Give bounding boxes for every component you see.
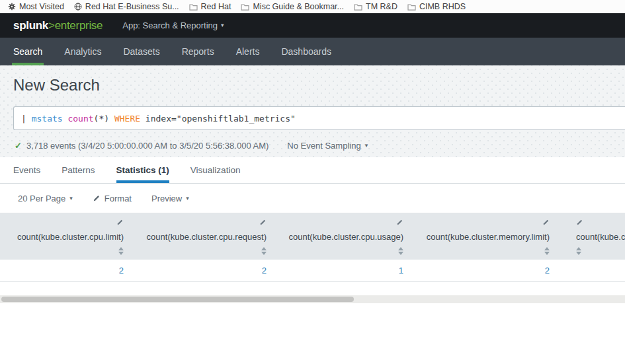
chevron-down-icon: ▾ [186, 196, 189, 201]
screen: Most VisitedRed Hat E-Business Su...Red … [0, 0, 625, 364]
table-cell-value[interactable]: 2 [130, 260, 273, 281]
column-header-label: count(kube.cluster.memory.limit) [427, 232, 550, 242]
event-sampling-label: No Event Sampling [287, 141, 360, 151]
bookmark-item[interactable]: Red Hat E-Business Su... [74, 2, 179, 11]
results-tab-label: Patterns [62, 165, 95, 175]
query-token: count [67, 114, 93, 124]
bookmark-item[interactable]: Red Hat [189, 2, 231, 11]
folder-icon [354, 3, 362, 11]
sort-toggle-icon[interactable] [576, 247, 581, 255]
table-header-cell[interactable]: count(kube.cluster.cpu.request) [130, 213, 273, 260]
pencil-icon[interactable] [396, 219, 403, 226]
event-sampling-dropdown[interactable]: No Event Sampling ▾ [287, 141, 368, 151]
format-button[interactable]: Format [93, 194, 132, 203]
app-menu-dropdown[interactable]: App: Search & Reporting ▾ [122, 20, 224, 30]
results-tab-visualization[interactable]: Visualization [190, 157, 241, 183]
query-token: | [21, 114, 32, 124]
query-token: WHERE [114, 114, 140, 124]
active-tab-underline [116, 180, 169, 183]
sort-asc-icon [398, 247, 403, 250]
nav-tab-reports[interactable]: Reports [182, 38, 214, 65]
nav-tab-alerts[interactable]: Alerts [236, 38, 260, 65]
table-header-cell[interactable]: count(kube.clu [556, 213, 625, 260]
chevron-down-icon: ▾ [365, 143, 368, 149]
sort-toggle-icon[interactable] [118, 247, 124, 255]
results-panel: EventsPatternsStatistics (1)Visualizatio… [0, 157, 625, 364]
nav-tab-analytics[interactable]: Analytics [64, 38, 101, 65]
nav-tab-label: Analytics [64, 46, 101, 57]
app-menu-label: App: Search & Reporting [122, 20, 218, 30]
search-query-input[interactable]: | mstats count(*) WHERE index="openshift… [13, 106, 625, 130]
table-cell-value[interactable]: 2 [410, 260, 556, 281]
results-tab-label: Events [13, 165, 40, 175]
globe-icon [74, 3, 82, 11]
sort-desc-icon [576, 252, 581, 255]
pencil-icon [93, 194, 101, 202]
table-cell-value[interactable]: 1 [273, 260, 410, 281]
sort-desc-icon [118, 252, 124, 255]
events-summary: 3,718 events (3/4/20 5:00:00.000 AM to 3… [26, 141, 269, 151]
results-tabbar: EventsPatternsStatistics (1)Visualizatio… [0, 157, 625, 184]
chevron-down-icon: ▾ [221, 22, 224, 28]
bookmark-item[interactable]: CIMB RHDS [407, 2, 466, 11]
sort-asc-icon [118, 247, 124, 250]
per-page-dropdown[interactable]: 20 Per Page ▾ [18, 194, 73, 203]
pencil-icon[interactable] [259, 219, 267, 226]
nav-tab-label: Reports [182, 46, 214, 57]
results-tab-patterns[interactable]: Patterns [62, 157, 95, 183]
pencil-icon[interactable] [116, 219, 124, 226]
bookmark-item[interactable]: Most Visited [8, 2, 64, 11]
nav-tab-dashboards[interactable]: Dashboards [281, 38, 331, 65]
table-header-cell[interactable]: count(kube.cluster.memory.limit) [410, 213, 556, 260]
app-navbar: SearchAnalyticsDatasetsReportsAlertsDash… [0, 38, 625, 65]
results-tab-events[interactable]: Events [13, 157, 40, 183]
preview-label: Preview [151, 194, 182, 203]
bookmark-label: Red Hat E-Business Su... [85, 2, 179, 11]
pencil-icon[interactable] [576, 219, 583, 226]
sort-asc-icon [544, 247, 550, 250]
bookmark-label: CIMB RHDS [419, 2, 466, 11]
nav-tab-label: Search [13, 46, 42, 57]
scrollbar-thumb[interactable] [1, 297, 354, 302]
bookmark-item[interactable]: TM R&D [354, 2, 397, 11]
sort-desc-icon [544, 252, 550, 255]
bookmark-label: TM R&D [366, 2, 397, 11]
nav-tab-datasets[interactable]: Datasets [123, 38, 159, 65]
folder-icon [407, 3, 416, 11]
nav-tab-label: Alerts [236, 46, 260, 57]
pencil-icon[interactable] [542, 219, 550, 226]
bookmark-item[interactable]: Misc Guide & Bookmar... [241, 2, 344, 11]
nav-tab-search[interactable]: Search [13, 38, 42, 65]
splunk-logo[interactable]: splunk>enterprise [13, 19, 103, 32]
query-token: (*) [94, 114, 114, 124]
nav-tab-label: Dashboards [281, 46, 331, 57]
table-header-cell[interactable]: count(kube.cluster.cpu.limit) [0, 213, 130, 260]
sort-toggle-icon[interactable] [261, 247, 267, 255]
preview-dropdown[interactable]: Preview ▾ [151, 194, 189, 203]
table-cell-value[interactable]: 2 [0, 260, 130, 281]
logo-text-enterprise: >enterprise [48, 19, 103, 32]
folder-icon [189, 3, 198, 11]
statistics-table: count(kube.cluster.cpu.limit)count(kube.… [0, 213, 625, 282]
table-header-cell[interactable]: count(kube.cluster.cpu.usage) [273, 213, 410, 260]
results-tab-label: Statistics (1) [116, 165, 169, 175]
folder-icon [241, 3, 249, 11]
sort-toggle-icon[interactable] [544, 247, 550, 255]
column-header-label: count(kube.clu [576, 232, 625, 242]
table-cell-value [556, 260, 625, 281]
horizontal-scrollbar[interactable] [0, 295, 625, 303]
splunk-header: splunk>enterprise App: Search & Reportin… [0, 13, 625, 38]
logo-text-splunk: splunk [13, 19, 48, 32]
column-header-label: count(kube.cluster.cpu.usage) [289, 232, 403, 242]
bookmark-label: Misc Guide & Bookmar... [253, 2, 344, 11]
statistics-table-viewport: count(kube.cluster.cpu.limit)count(kube.… [0, 213, 625, 282]
query-token [63, 114, 68, 124]
sort-toggle-icon[interactable] [398, 247, 403, 255]
results-tab-statistics-1[interactable]: Statistics (1) [116, 157, 169, 183]
gear-icon [8, 3, 16, 11]
query-token: mstats [32, 114, 63, 124]
table-row: 2212 [0, 260, 625, 282]
results-tab-label: Visualization [190, 165, 241, 175]
per-page-label: 20 Per Page [18, 194, 65, 203]
bookmark-label: Most Visited [19, 2, 64, 11]
